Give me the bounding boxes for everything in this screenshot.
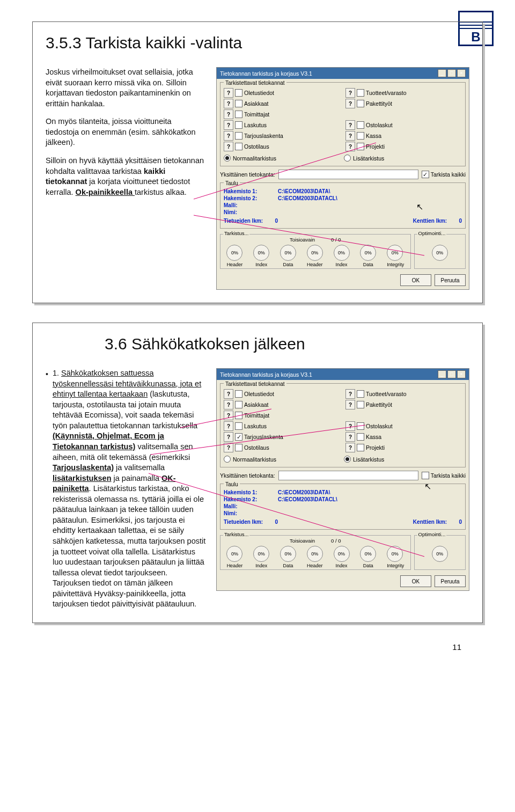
checkbox-pakettityot[interactable] (357, 100, 364, 107)
db-grid: ?Oletustiedot ?Tuotteet/varasto ?Asiakka… (224, 389, 462, 452)
app-window-1: Tietokannan tarkistus ja korjaus V3.1 _ … (216, 67, 469, 290)
minimize-button[interactable]: _ (438, 69, 446, 77)
window-title: Tietokannan tarkistus ja korjaus V3.1 (220, 371, 312, 378)
slide-2-title: 3.6 Sähkökatkoksen jälkeen (105, 335, 469, 353)
slide-1-text: Joskus virheilmoitukset ovat sellaisia, … (46, 67, 207, 205)
app-window-2: Tietokannan tarkistus ja korjaus V3.1 _ … (216, 368, 469, 591)
checkbox-ostotilaus[interactable] (235, 444, 242, 451)
maximize-button[interactable]: □ (447, 69, 456, 77)
help-icon[interactable]: ? (345, 120, 355, 130)
bullet-marker: • (46, 368, 48, 610)
help-icon[interactable]: ? (224, 142, 233, 151)
checkbox-oletustiedot[interactable] (235, 390, 242, 398)
help-icon[interactable]: ? (345, 142, 355, 151)
help-icon[interactable]: ? (224, 421, 233, 431)
help-icon[interactable]: ? (224, 131, 233, 141)
help-icon[interactable]: ? (224, 109, 233, 119)
single-db-field[interactable] (278, 170, 418, 179)
help-icon[interactable]: ? (224, 88, 233, 98)
help-icon[interactable]: ? (224, 443, 233, 452)
help-icon[interactable]: ? (345, 99, 355, 108)
help-icon[interactable]: ? (345, 88, 355, 98)
help-icon[interactable]: ? (345, 400, 355, 409)
checkbox-all[interactable] (422, 472, 429, 479)
page-number: 11 (32, 642, 483, 652)
checkbox-projekti[interactable] (357, 143, 364, 150)
titlebar: Tietokannan tarkistus ja korjaus V3.1 _ … (217, 369, 469, 380)
checkbox-projekti[interactable] (357, 444, 364, 451)
group-optimointi: Optimointi... 0% (414, 234, 466, 269)
slide-2-text: • 1. Sähkökatkoksen sattuessa työskennel… (46, 368, 207, 610)
checkbox-all[interactable] (422, 171, 429, 178)
help-icon[interactable]: ? (224, 99, 233, 108)
checkbox-asiakkaat[interactable] (235, 100, 242, 107)
single-db-label: Yksittäinen tietokanta: (220, 472, 275, 479)
help-icon[interactable]: ? (224, 389, 233, 399)
checkbox-ostolaskut[interactable] (357, 422, 364, 430)
slide-2: 3.6 Sähkökatkoksen jälkeen • 1. Sähkökat… (32, 323, 483, 623)
checkbox-tuotteet[interactable] (357, 390, 364, 398)
cancel-button[interactable]: Peruuta (435, 274, 466, 286)
checkbox-laskutus[interactable] (235, 422, 242, 430)
help-icon[interactable]: ? (345, 389, 355, 399)
help-icon[interactable]: ? (345, 131, 355, 141)
radio-normal[interactable] (224, 155, 231, 162)
help-icon[interactable]: ? (224, 411, 233, 420)
radio-normal[interactable] (224, 456, 231, 463)
ok-button[interactable]: OK (400, 274, 431, 286)
checkbox-asiakkaat[interactable] (235, 401, 242, 408)
checkbox-laskutus[interactable] (235, 121, 242, 129)
group-tarkistus: Tarkistus... Toisioavain0 / 0 0%Header 0… (220, 535, 411, 570)
titlebar: Tietokannan tarkistus ja korjaus V3.1 _ … (217, 68, 469, 79)
single-db-label: Yksittäinen tietokanta: (220, 171, 275, 178)
checkbox-kassa[interactable] (357, 433, 364, 441)
slide-1-title: 3.5.3 Tarkista kaikki -valinta (46, 34, 469, 52)
group-databases: Tarkistettavat tietokannat ?Oletustiedot… (220, 82, 466, 166)
group-databases: Tarkistettavat tietokannat ?Oletustiedot… (220, 383, 466, 467)
slide-1: 3.5.3 Tarkista kaikki -valinta Joskus vi… (32, 21, 483, 303)
checkbox-ostolaskut[interactable] (357, 121, 364, 129)
cancel-button[interactable]: Peruuta (435, 575, 466, 587)
group-taulu: Taulu Hakemisto 1:C:\ECOM2003\DATA\ Hake… (220, 182, 466, 229)
close-button[interactable]: × (457, 69, 466, 77)
checkbox-tarjouslaskenta[interactable] (235, 132, 242, 140)
help-icon[interactable]: ? (224, 400, 233, 409)
help-icon[interactable]: ? (345, 421, 355, 431)
minimize-button[interactable]: _ (438, 370, 446, 378)
group-optimointi: Optimointi... 0% (414, 535, 466, 570)
radio-extra[interactable] (344, 155, 351, 162)
checkbox-kassa[interactable] (357, 132, 364, 140)
db-grid: ?Oletustiedot ?Tuotteet/varasto ?Asiakka… (224, 88, 462, 151)
single-db-field[interactable] (278, 471, 418, 480)
ok-button[interactable]: OK (400, 575, 431, 587)
group-taulu: Taulu Hakemisto 1:C:\ECOM2003\DATA\ Hake… (220, 484, 466, 530)
checkbox-pakettityot[interactable] (357, 401, 364, 408)
checkbox-tuotteet[interactable] (357, 89, 364, 97)
close-button[interactable]: × (457, 370, 466, 378)
radio-extra[interactable] (344, 456, 351, 463)
window-title: Tietokannan tarkistus ja korjaus V3.1 (220, 70, 312, 77)
checkbox-oletustiedot[interactable] (235, 89, 242, 97)
group-tarkistus: Tarkistus... Toisioavain0 / 0 0%Header 0… (220, 234, 411, 269)
maximize-button[interactable]: □ (447, 370, 456, 378)
checkbox-tarjouslaskenta[interactable] (235, 433, 242, 441)
help-icon[interactable]: ? (224, 432, 233, 442)
help-icon[interactable]: ? (224, 120, 233, 130)
help-icon[interactable]: ? (345, 432, 355, 442)
checkbox-toimittajat[interactable] (235, 412, 242, 419)
help-icon[interactable]: ? (345, 443, 355, 452)
checkbox-toimittajat[interactable] (235, 111, 242, 118)
checkbox-ostotilaus[interactable] (235, 143, 242, 150)
